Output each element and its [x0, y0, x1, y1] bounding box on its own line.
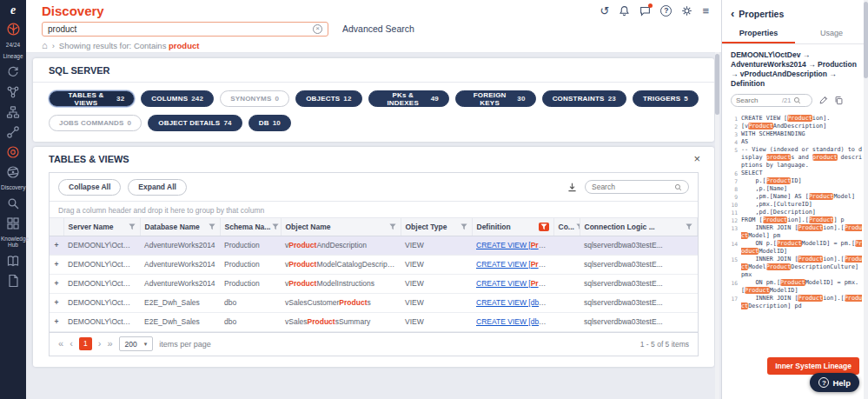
copy-icon[interactable] [834, 96, 844, 105]
sql-definition-code[interactable]: 1CREATE VIEW [Production].2[vProductAndD… [722, 112, 868, 352]
expand-row-button[interactable]: + [50, 312, 63, 331]
tab-foreign-keys[interactable]: FOREIGN KEYS30 [455, 90, 536, 107]
tab-pks-indexes[interactable]: PKs & INDEXES49 [368, 90, 449, 107]
cycle-lineage-icon[interactable] [6, 64, 21, 79]
line-number: 17 [727, 295, 738, 310]
code-text: ,pm.[Name] AS [ProductModel] [741, 193, 865, 201]
collapse-panel-icon[interactable]: ‹ [731, 8, 734, 19]
column-header-co[interactable]: Co... [553, 218, 580, 236]
table-row[interactable]: +DEMOONLY\OctDevE2E_Dwh_SalesdbovSalesCu… [50, 293, 698, 312]
inner-system-lineage-button[interactable]: Inner System Lineage [767, 357, 859, 375]
cell-object-name: vProductModelCatalogDescription [281, 255, 401, 274]
column-header-schema-na[interactable]: Schema Na... [220, 218, 281, 236]
tab-constraints[interactable]: CONSTRAINTS23 [542, 90, 626, 107]
filter-icon[interactable] [129, 223, 136, 230]
column-header-definition[interactable]: Definition [472, 218, 553, 236]
hierarchy-icon[interactable] [6, 104, 21, 119]
nodes-icon[interactable] [6, 84, 21, 99]
mesh-icon[interactable] [6, 164, 21, 179]
notifications-icon[interactable] [619, 5, 630, 17]
book-icon[interactable] [6, 253, 21, 268]
catalog-grid-icon[interactable] [6, 216, 21, 230]
global-search-input[interactable] [48, 24, 313, 34]
tab-synonyms[interactable]: SYNONYMS0 [220, 90, 289, 107]
global-search: × [42, 22, 328, 37]
help-button[interactable]: ?Help [810, 373, 859, 392]
cell-schema-name: dbo [220, 312, 281, 331]
search-match: Product [798, 256, 823, 263]
home-icon[interactable]: ⌂ [42, 41, 48, 50]
page-size-select[interactable]: 200▾ [119, 336, 154, 351]
document-icon[interactable] [6, 273, 21, 288]
expand-all-button[interactable]: Expand All [128, 179, 187, 196]
filter-icon[interactable] [576, 223, 580, 230]
filter-icon[interactable] [272, 223, 279, 230]
column-header-object-name[interactable]: Object Name [281, 218, 401, 236]
highlighter-icon[interactable] [818, 96, 828, 105]
line-number: 3 [727, 130, 738, 138]
knowledge-hub-label: Knowledge Hub [1, 236, 25, 248]
filter-icon[interactable] [209, 223, 215, 230]
table-row[interactable]: +DEMOONLY\OctDevAdventureWorks2014Produc… [50, 274, 698, 293]
mind-map-icon[interactable] [6, 22, 21, 37]
column-header-connection-logic[interactable]: Connection Logic ... [580, 218, 698, 236]
chat-icon[interactable] [639, 5, 651, 17]
close-icon[interactable]: × [693, 153, 700, 164]
link-lineage-icon[interactable] [6, 124, 21, 139]
column-header-database-name[interactable]: Database Name [140, 218, 220, 236]
panel-tab-usage[interactable]: Usage [795, 25, 868, 43]
erwin-logo[interactable]: e [10, 4, 16, 17]
next-page-button[interactable]: › [98, 339, 102, 349]
search-match: Product [531, 279, 553, 288]
grid-search-input[interactable] [592, 183, 671, 191]
settings-icon[interactable] [681, 5, 692, 17]
tab-db[interactable]: DB10 [248, 115, 291, 131]
prev-page-button[interactable]: ‹ [70, 339, 73, 349]
expand-row-button[interactable]: + [50, 236, 63, 255]
definition-link[interactable]: CREATE VIEW [Productio... [476, 279, 553, 288]
tab-columns[interactable]: COLUMNS242 [141, 90, 214, 107]
table-row[interactable]: +DEMOONLY\OctDevAdventureWorks2014Produc… [50, 236, 698, 255]
table-row[interactable]: +DEMOONLY\OctDevAdventureWorks2014Produc… [50, 255, 698, 274]
panel-tab-properties[interactable]: Properties [722, 25, 795, 43]
expand-row-button[interactable]: + [50, 293, 63, 312]
scrollbar-thumb[interactable] [715, 54, 719, 115]
table-row[interactable]: +DEMOONLY\OctDevE2E_Dwh_SalesdbovSalesPr… [50, 312, 698, 331]
filter-icon[interactable] [389, 223, 396, 230]
filter-icon[interactable] [461, 223, 467, 230]
target-icon[interactable] [6, 144, 21, 159]
advanced-search-link[interactable]: Advanced Search [342, 23, 414, 34]
filter-icon[interactable] [539, 223, 549, 231]
filter-icon[interactable] [686, 223, 692, 230]
items-per-page-label: items per page [159, 340, 211, 349]
expand-row-button[interactable]: + [50, 274, 63, 293]
menu-icon[interactable]: ≡ [702, 5, 709, 17]
definition-link[interactable]: CREATE VIEW [dbo].[vSale... [476, 298, 553, 307]
tab-tables-views[interactable]: TABLES & VIEWS32 [49, 90, 135, 107]
first-page-button[interactable]: « [58, 339, 63, 349]
help-icon[interactable]: ? [660, 5, 672, 17]
tab-jobs-commands[interactable]: JOBS COMMANDS0 [49, 115, 142, 131]
export-icon[interactable] [567, 182, 578, 193]
clear-search-icon[interactable]: × [313, 24, 322, 34]
current-page-button[interactable]: 1 [79, 337, 92, 350]
scrollbar-thumb[interactable] [864, 2, 868, 78]
expand-row-button[interactable]: + [50, 255, 63, 274]
definition-link[interactable]: CREATE VIEW [dbo].[vSale... [476, 317, 553, 326]
search-match: Product [798, 295, 823, 302]
tab-triggers[interactable]: TRIGGERS5 [633, 90, 699, 107]
panel-scrollbar[interactable] [864, 0, 868, 399]
last-page-button[interactable]: » [107, 339, 112, 349]
collapse-all-button[interactable]: Collapse All [58, 179, 121, 196]
search-assets-icon[interactable] [6, 196, 21, 210]
tab-objects[interactable]: OBJECTS12 [295, 90, 362, 107]
code-search-input[interactable] [736, 96, 779, 104]
definition-link[interactable]: CREATE VIEW [Productio... [476, 241, 553, 249]
column-header-object-type[interactable]: Object Type [401, 218, 472, 236]
definition-link[interactable]: CREATE VIEW [Productio... [476, 260, 553, 269]
history-icon[interactable]: ↺ [600, 5, 610, 17]
tab-object-details[interactable]: OBJECT DETAILS74 [148, 115, 242, 131]
code-line: 14 ON p.[ProductModelID] = pm.[ProductMo… [727, 240, 865, 256]
main-scrollbar[interactable] [715, 52, 719, 399]
column-header-server-name[interactable]: Server Name [63, 218, 140, 236]
